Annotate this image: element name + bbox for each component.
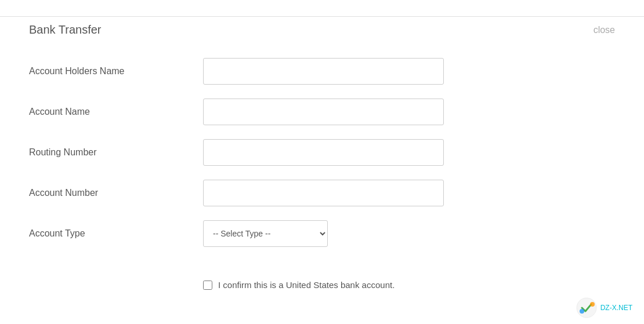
watermark-text: DZ-X.NET: [600, 304, 632, 312]
account-holders-name-row: Account Holders Name: [29, 54, 615, 89]
account-type-row: Account Type -- Select Type -- Checking …: [29, 216, 615, 251]
account-number-row: Account Number: [29, 176, 615, 210]
routing-number-row: Routing Number: [29, 135, 615, 170]
account-type-select[interactable]: -- Select Type -- Checking Savings: [203, 220, 328, 247]
page-title: Bank Transfer: [29, 23, 102, 37]
account-holders-name-input[interactable]: [203, 58, 444, 85]
account-number-input[interactable]: [203, 180, 444, 206]
account-name-input[interactable]: [203, 99, 444, 125]
confirm-row: I confirm this is a United States bank a…: [0, 274, 644, 290]
account-name-label: Account Name: [29, 107, 203, 117]
account-number-label: Account Number: [29, 188, 203, 198]
routing-number-input[interactable]: [203, 139, 444, 166]
confirm-checkbox[interactable]: [203, 281, 212, 290]
top-divider: [0, 16, 644, 17]
svg-point-2: [580, 309, 584, 314]
account-holders-name-label: Account Holders Name: [29, 66, 203, 77]
confirm-label: I confirm this is a United States bank a…: [218, 280, 395, 290]
routing-number-label: Routing Number: [29, 147, 203, 158]
account-name-row: Account Name: [29, 94, 615, 129]
svg-point-0: [577, 298, 596, 318]
watermark-logo: [576, 297, 597, 318]
close-button[interactable]: close: [594, 25, 615, 35]
svg-point-1: [590, 302, 595, 307]
account-type-label: Account Type: [29, 228, 203, 239]
form-container: Account Holders Name Account Name Routin…: [0, 48, 644, 268]
page-container: Bank Transfer close Account Holders Name…: [0, 0, 644, 324]
header-row: Bank Transfer close: [0, 0, 644, 48]
watermark: DZ-X.NET: [576, 297, 632, 318]
